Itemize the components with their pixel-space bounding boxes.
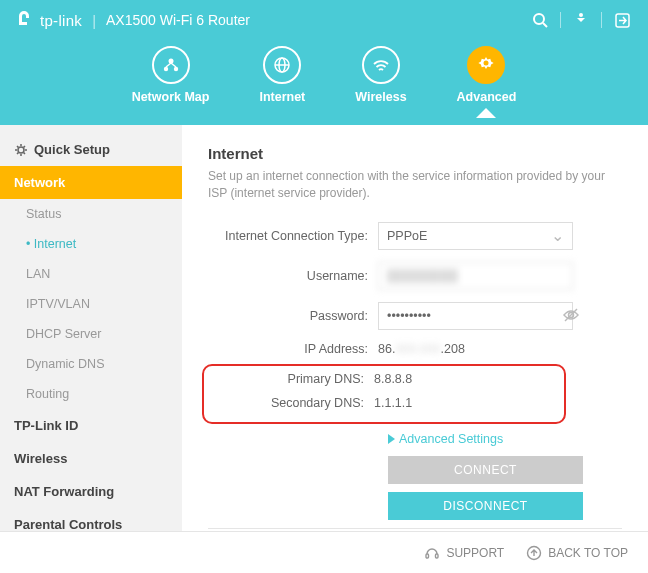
select-connection-type[interactable]: PPPoE ⌄ — [378, 222, 573, 250]
dns-highlight-box: Primary DNS: 8.8.8.8 Secondary DNS: 1.1.… — [202, 364, 566, 424]
tab-internet[interactable]: Internet — [259, 46, 305, 104]
disconnect-button[interactable]: DISCONNECT — [388, 492, 583, 520]
value-ip-address: 86.000.000.208 — [378, 342, 622, 356]
tab-label: Advanced — [457, 90, 517, 104]
tab-advanced[interactable]: Advanced — [457, 46, 517, 104]
app-body: Quick Setup Network Status Internet LAN … — [0, 125, 648, 531]
input-password[interactable] — [378, 302, 573, 330]
value-primary-dns: 8.8.8.8 — [374, 372, 564, 386]
sidebar-item-wireless[interactable]: Wireless — [0, 442, 182, 475]
advanced-settings-link[interactable]: Advanced Settings — [388, 432, 622, 446]
svg-point-5 — [163, 67, 167, 71]
svg-rect-15 — [436, 554, 439, 558]
sidebar-sub-lan[interactable]: LAN — [0, 259, 182, 289]
svg-line-1 — [543, 23, 547, 27]
svg-point-4 — [168, 59, 173, 64]
tplink-logo-icon — [14, 10, 34, 30]
section-title: Internet — [208, 145, 622, 162]
gear-icon — [14, 143, 28, 157]
mac-clone-title: MAC Clone — [208, 528, 622, 531]
label-secondary-dns: Secondary DNS: — [204, 396, 374, 410]
headset-icon — [424, 545, 440, 561]
triangle-right-icon — [388, 434, 395, 444]
row-username: Username: — [208, 262, 622, 290]
tab-label: Network Map — [132, 90, 210, 104]
header-actions — [528, 8, 634, 32]
tab-network-map[interactable]: Network Map — [132, 46, 210, 104]
toggle-password-visibility-icon[interactable] — [562, 306, 580, 328]
header-separator — [601, 12, 602, 28]
sidebar-sub-status[interactable]: Status — [0, 199, 182, 229]
tab-wireless[interactable]: Wireless — [355, 46, 406, 104]
svg-rect-14 — [426, 554, 429, 558]
section-description: Set up an internet connection with the s… — [208, 168, 622, 202]
label-password: Password: — [208, 309, 378, 323]
sidebar-item-parental-controls[interactable]: Parental Controls — [0, 508, 182, 531]
product-name: AX1500 Wi-Fi 6 Router — [106, 12, 250, 28]
row-connection-type: Internet Connection Type: PPPoE ⌄ — [208, 222, 622, 250]
brand-name: tp-link — [40, 12, 82, 29]
select-value: PPPoE — [387, 229, 427, 243]
header-divider: | — [92, 12, 96, 29]
sidebar: Quick Setup Network Status Internet LAN … — [0, 125, 182, 531]
sidebar-label: Network — [14, 175, 65, 190]
chevron-down-icon: ⌄ — [551, 226, 564, 245]
sidebar-sub-routing[interactable]: Routing — [0, 379, 182, 409]
row-ip-address: IP Address: 86.000.000.208 — [208, 342, 622, 356]
sidebar-item-network[interactable]: Network — [0, 166, 182, 199]
brand-logo: tp-link — [14, 10, 82, 30]
sidebar-sub-dynamic-dns[interactable]: Dynamic DNS — [0, 349, 182, 379]
search-icon[interactable] — [528, 8, 552, 32]
connect-button[interactable]: CONNECT — [388, 456, 583, 484]
row-secondary-dns: Secondary DNS: 1.1.1.1 — [204, 396, 564, 410]
support-link[interactable]: SUPPORT — [424, 545, 504, 561]
sidebar-sub-internet[interactable]: Internet — [0, 229, 182, 259]
row-primary-dns: Primary DNS: 8.8.8.8 — [204, 372, 564, 386]
main-content: Internet Set up an internet connection w… — [182, 125, 648, 531]
svg-point-0 — [534, 14, 544, 24]
upgrade-icon[interactable] — [569, 8, 593, 32]
label-username: Username: — [208, 269, 378, 283]
label-ip-address: IP Address: — [208, 342, 378, 356]
link-label: Advanced Settings — [399, 432, 503, 446]
logout-icon[interactable] — [610, 8, 634, 32]
main-tabs: Network Map Internet Wireless Advanced — [0, 40, 648, 104]
label-connection-type: Internet Connection Type: — [208, 229, 378, 243]
sidebar-sub-dhcp-server[interactable]: DHCP Server — [0, 319, 182, 349]
sidebar-item-nat-forwarding[interactable]: NAT Forwarding — [0, 475, 182, 508]
value-secondary-dns: 1.1.1.1 — [374, 396, 564, 410]
app-header: tp-link | AX1500 Wi-Fi 6 Router Network … — [0, 0, 648, 125]
tab-label: Internet — [259, 90, 305, 104]
svg-point-10 — [484, 61, 489, 66]
arrow-up-circle-icon — [526, 545, 542, 561]
header-top-bar: tp-link | AX1500 Wi-Fi 6 Router — [0, 0, 648, 40]
header-separator — [560, 12, 561, 28]
sidebar-label: Quick Setup — [34, 142, 110, 157]
tab-label: Wireless — [355, 90, 406, 104]
sidebar-sub-iptv-vlan[interactable]: IPTV/VLAN — [0, 289, 182, 319]
svg-point-2 — [579, 13, 583, 17]
footer-label: SUPPORT — [446, 546, 504, 560]
footer: SUPPORT BACK TO TOP — [0, 531, 648, 573]
back-to-top-link[interactable]: BACK TO TOP — [526, 545, 628, 561]
svg-point-6 — [173, 67, 177, 71]
svg-point-11 — [18, 147, 24, 153]
row-password: Password: — [208, 302, 622, 330]
input-username[interactable] — [378, 262, 573, 290]
sidebar-item-tplink-id[interactable]: TP-Link ID — [0, 409, 182, 442]
sidebar-item-quick-setup[interactable]: Quick Setup — [0, 133, 182, 166]
footer-label: BACK TO TOP — [548, 546, 628, 560]
label-primary-dns: Primary DNS: — [204, 372, 374, 386]
